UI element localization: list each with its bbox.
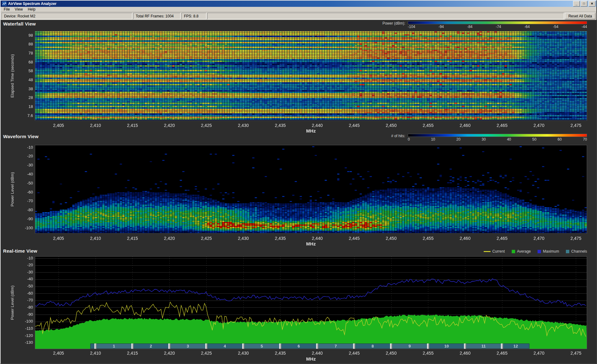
channels-swatch <box>566 250 569 253</box>
maximum-swatch <box>538 250 541 253</box>
colorbar-tick-label: -64 <box>524 25 530 29</box>
colorbar-tick-label: -74 <box>496 25 501 29</box>
colorbar-tick-label: 40 <box>507 137 511 142</box>
hits-colorbar-ticks: 010203040506070 <box>408 137 587 142</box>
menu-file[interactable]: File <box>1 7 12 12</box>
close-button[interactable]: ✕ <box>589 1 595 7</box>
colorbar-tick-label: -54 <box>553 25 558 29</box>
device-status: Device: Rocket M2 <box>2 13 132 19</box>
app-window: AirView Spectrum Analyzer _ □ ✕ File Vie… <box>0 0 597 364</box>
legend-average: Average <box>512 249 531 254</box>
average-swatch <box>512 250 515 253</box>
colorbar-tick-label: 50 <box>532 137 536 142</box>
waveform-title: Waveform View <box>3 134 39 139</box>
colorbar-tick-label: -104 <box>408 25 415 29</box>
status-bar: Device: Rocket M2 Total RF Frames: 1004 … <box>1 12 596 20</box>
colorbar-tick-label: 70 <box>583 137 587 142</box>
colorbar-tick-label: -94 <box>439 25 444 29</box>
legend-current-label: Current <box>492 249 505 254</box>
colorbar-tick-label: 30 <box>482 137 486 142</box>
realtime-title: Real-time View <box>3 248 37 254</box>
legend-average-label: Average <box>517 249 531 254</box>
app-icon <box>2 2 7 6</box>
legend-channels-label: Channels <box>571 249 587 254</box>
colorbar-tick-label: -84 <box>467 25 472 29</box>
hits-colorbar-label: # of hits: <box>391 134 405 138</box>
power-colorbar-ticks: -104-94-84-74-64-54-44 <box>408 25 587 29</box>
realtime-legend: Current Average Maximum Channels <box>484 249 587 254</box>
waveform-header: Waveform View # of hits: 010203040506070 <box>1 133 596 144</box>
current-line-swatch <box>484 251 491 252</box>
legend-maximum: Maximum <box>538 249 559 254</box>
waterfall-title: Waterfall View <box>3 21 36 26</box>
reset-all-data-button[interactable]: Reset All Data <box>565 13 595 19</box>
menu-help[interactable]: Help <box>25 7 38 12</box>
colorbar-tick-label: -44 <box>582 25 587 29</box>
rf-frames-status: Total RF Frames: 1004 <box>133 13 181 19</box>
colorbar-tick-label: 20 <box>456 137 460 142</box>
colorbar-tick-label: 10 <box>431 137 435 142</box>
minimize-button[interactable]: _ <box>573 1 580 7</box>
waveform-persistence-canvas <box>1 144 596 247</box>
hits-colorbar-gradient <box>408 134 587 137</box>
maximize-button[interactable]: □ <box>581 1 587 7</box>
window-controls: _ □ ✕ <box>573 1 595 7</box>
realtime-header: Real-time View Current Average Maximum C… <box>1 247 596 256</box>
title-bar: AirView Spectrum Analyzer _ □ ✕ <box>1 1 596 7</box>
window-title: AirView Spectrum Analyzer <box>8 2 573 6</box>
fps-status: FPS: 8.8 <box>181 13 206 19</box>
menu-view[interactable]: View <box>12 7 25 12</box>
realtime-line-chart-canvas <box>1 256 596 363</box>
power-colorbar-legend: Power (dBm): -104-94-84-74-64-54-44 <box>383 21 587 29</box>
colorbar-tick-label: 0 <box>408 137 410 142</box>
status-spacer <box>207 13 564 19</box>
waterfall-heatmap-canvas <box>1 30 596 133</box>
menu-bar: File View Help <box>1 7 596 12</box>
power-colorbar-label: Power (dBm): <box>383 21 405 26</box>
colorbar-tick-label: 60 <box>557 137 562 142</box>
legend-current: Current <box>484 249 505 254</box>
waterfall-header: Waterfall View Power (dBm): -104-94-84-7… <box>1 20 596 30</box>
hits-colorbar-legend: # of hits: 010203040506070 <box>391 134 587 142</box>
legend-maximum-label: Maximum <box>543 249 559 254</box>
power-colorbar-gradient <box>408 21 587 24</box>
legend-channels: Channels <box>566 249 587 254</box>
